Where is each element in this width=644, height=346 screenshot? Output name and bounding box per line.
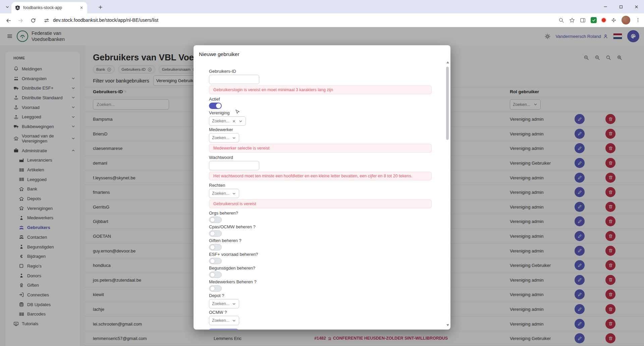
error-medewerker: Medewerker selectie is vereist: [209, 144, 432, 153]
angular-favicon-icon: [15, 5, 20, 11]
select-placeholder: Zoeken...: [212, 301, 229, 306]
cpas-ocmw-beheren-toggle[interactable]: [209, 230, 222, 237]
gebruikers-id-input[interactable]: [209, 75, 259, 84]
field-label-medewerkers-beheren: Medewerkers Beheren ?: [209, 279, 432, 284]
forward-icon: [18, 18, 23, 23]
toggle-knob: [210, 286, 215, 291]
wachtwoord-input[interactable]: [209, 161, 259, 170]
toggle-knob: [210, 258, 215, 264]
new-tab-button[interactable]: [97, 3, 104, 11]
tune-icon: [44, 18, 49, 23]
modal-scrollbar[interactable]: [445, 61, 450, 327]
screen: foodbanks-stock-app dev.stock.foodbanksi…: [0, 0, 644, 346]
record-indicator-icon[interactable]: [602, 18, 606, 22]
site-info-button[interactable]: [42, 16, 51, 25]
bookmark-star-icon[interactable]: [569, 17, 575, 23]
toggle-knob: [210, 231, 215, 236]
error-wachtwoord: Het wachtwoord moet ten minste een hoofd…: [209, 172, 432, 180]
select-placeholder: Zoeken...: [212, 135, 229, 140]
field-vereniging: VerenigingZoeken...: [209, 110, 432, 126]
save-button[interactable]: Sla op: [209, 329, 238, 330]
extension-check-icon[interactable]: [591, 17, 597, 23]
maximize-icon: [619, 4, 624, 9]
close-icon: [634, 4, 639, 9]
error-rechten: Gebruikersrol is vereist: [209, 199, 432, 208]
scroll-down-icon[interactable]: [446, 324, 449, 326]
browser-tabstrip: foodbanks-stock-app: [0, 0, 644, 13]
window-controls: [598, 0, 644, 13]
vereniging-select[interactable]: Zoeken...: [209, 116, 246, 126]
tab-close-icon[interactable]: [79, 5, 84, 10]
mouse-cursor: [235, 109, 240, 115]
field-label-orgs-beheren: Orgs beheren?: [209, 211, 432, 216]
field-actief: Actief: [209, 97, 432, 109]
back-icon: [6, 18, 11, 23]
field-cpas-ocmw-beheren: Cpas/OCMW beheren ?: [209, 224, 432, 237]
select-placeholder: Zoeken...: [212, 191, 229, 196]
chevron-down-icon[interactable]: [238, 119, 243, 123]
field-wachtwoord: WachtwoordHet wachtwoord moet ten minste…: [209, 155, 432, 180]
extensions-puzzle-icon[interactable]: [611, 17, 616, 23]
plus-icon: [98, 5, 103, 10]
actief-toggle[interactable]: [209, 103, 222, 109]
minimize-icon: [603, 4, 608, 9]
toolbar-right: [558, 13, 641, 27]
window-maximize-button[interactable]: [613, 0, 629, 13]
ocmw-select[interactable]: Zoeken...: [209, 316, 239, 325]
esf-voorraad-beheren-toggle[interactable]: [209, 258, 222, 264]
field-label-actief: Actief: [209, 97, 432, 102]
chevron-down-icon[interactable]: [232, 319, 236, 323]
menu-kebab-icon[interactable]: [635, 17, 641, 23]
browser-profile-avatar[interactable]: [622, 16, 630, 24]
medewerkers-beheren-toggle[interactable]: [209, 285, 222, 292]
tab-search-button[interactable]: [3, 3, 11, 11]
toggle-knob: [210, 217, 215, 222]
browser-toolbar: dev.stock.foodbanksit.be/stock/app/nl-BE…: [0, 13, 644, 27]
window-minimize-button[interactable]: [598, 0, 613, 13]
side-panel-icon[interactable]: [580, 17, 586, 23]
field-label-gebruikers-id: Gebruikers-ID: [209, 69, 432, 74]
field-label-depot: Depot ?: [209, 293, 432, 298]
giften-beheren-toggle[interactable]: [209, 244, 222, 250]
chevron-down-icon[interactable]: [232, 191, 236, 196]
scrollbar-thumb[interactable]: [446, 67, 449, 140]
search-icon[interactable]: [558, 17, 564, 23]
field-depot: Depot ?Zoeken...: [209, 293, 432, 308]
field-esf-voorraad-beheren: ESF+ voorraad beheren?: [209, 252, 432, 264]
window-close-button[interactable]: [629, 0, 644, 13]
chevron-down-icon[interactable]: [232, 302, 236, 306]
field-ocmw: OCMW ?Zoeken...: [209, 310, 432, 325]
select-placeholder: Zoeken...: [212, 119, 229, 123]
field-giften-beheren: Giften beheren ?: [209, 238, 432, 250]
field-label-rechten: Rechten: [209, 183, 432, 188]
field-label-wachtwoord: Wachtwoord: [209, 155, 432, 160]
chevron-down-icon: [5, 5, 10, 9]
forward-button[interactable]: [16, 16, 25, 25]
field-label-esf-voorraad-beheren: ESF+ voorraad beheren?: [209, 252, 432, 257]
back-button[interactable]: [4, 16, 13, 25]
clear-icon[interactable]: [232, 119, 236, 123]
address-bar[interactable]: dev.stock.foodbanksit.be/stock/app/nl-BE…: [53, 13, 158, 27]
rechten-select[interactable]: Zoeken...: [209, 189, 239, 198]
browser-tab[interactable]: foodbanks-stock-app: [11, 2, 87, 13]
select-placeholder: Zoeken...: [212, 318, 229, 323]
field-label-giften-beheren: Giften beheren ?: [209, 238, 432, 243]
reload-button[interactable]: [29, 16, 38, 25]
orgs-beheren-toggle[interactable]: [209, 217, 222, 223]
scroll-up-icon[interactable]: [446, 61, 449, 63]
begunstigden-beheren-toggle[interactable]: [209, 272, 222, 278]
field-label-medewerker: Medewerker: [209, 127, 432, 132]
tab-title: foodbanks-stock-app: [23, 5, 76, 10]
modal-title: Nieuwe gebruiker: [199, 51, 239, 57]
field-medewerker: MedewerkerZoeken...Medewerker selectie i…: [209, 127, 432, 153]
field-rechten: RechtenZoeken...Gebruikersrol is vereist: [209, 183, 432, 208]
toggle-knob: [216, 103, 221, 108]
modal-body: Gebruikers-IDGebruikerslogin is vereist …: [209, 69, 432, 330]
depot-select[interactable]: Zoeken...: [209, 299, 239, 308]
reload-icon: [31, 18, 36, 23]
chevron-down-icon[interactable]: [232, 136, 236, 140]
medewerker-select[interactable]: Zoeken...: [209, 133, 239, 142]
field-orgs-beheren: Orgs beheren?: [209, 211, 432, 223]
field-label-vereniging: Vereniging: [209, 110, 432, 115]
field-gebruikers-id: Gebruikers-IDGebruikerslogin is vereist …: [209, 69, 432, 94]
